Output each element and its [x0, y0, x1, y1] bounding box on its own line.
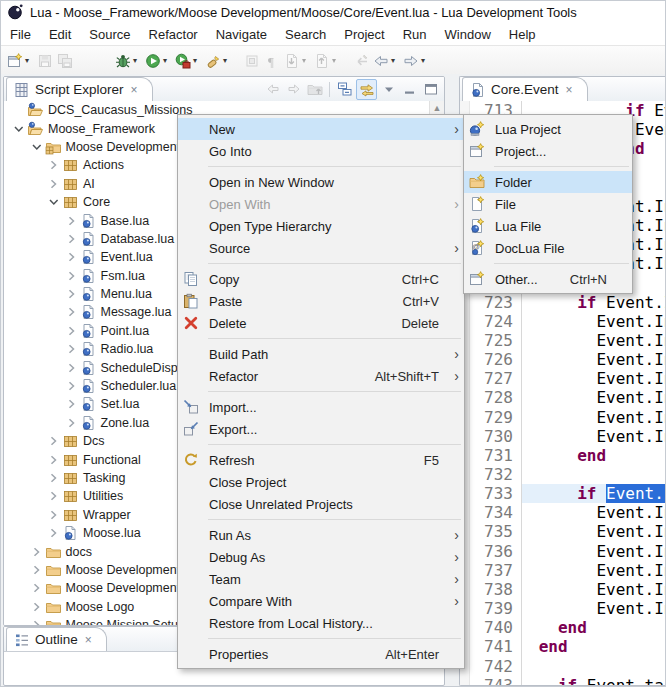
- tab-core-event[interactable]: Core.Event ×: [462, 77, 588, 101]
- menubar-help[interactable]: Help: [500, 25, 545, 44]
- close-icon[interactable]: ×: [131, 83, 138, 97]
- code-text[interactable]: Event.Ini: [522, 350, 666, 369]
- context-menu-copy[interactable]: CopyCtrl+C: [178, 268, 464, 290]
- mark-occurrences-button[interactable]: [242, 47, 262, 75]
- show-whitespace-button[interactable]: ¶: [262, 47, 282, 75]
- new-submenu-doclua-file[interactable]: @DocLua File: [464, 237, 632, 259]
- menubar-window[interactable]: Window: [436, 25, 500, 44]
- code-text[interactable]: Event.Ini: [522, 542, 666, 561]
- context-menu-team[interactable]: Team›: [178, 568, 464, 590]
- view-menu-button[interactable]: [379, 80, 398, 99]
- chevron-right-icon[interactable]: [63, 378, 80, 394]
- save-all-button[interactable]: [55, 47, 75, 75]
- new-submenu-project[interactable]: Project...: [464, 140, 632, 162]
- dropdown-caret-icon[interactable]: ▾: [193, 56, 201, 65]
- code-text[interactable]: Event.Ini: [522, 388, 666, 407]
- chevron-right-icon[interactable]: [45, 507, 62, 523]
- tab-script-explorer[interactable]: Script Explorer ×: [6, 77, 153, 101]
- chevron-right-icon[interactable]: [63, 341, 80, 357]
- dropdown-caret-icon[interactable]: ▾: [223, 56, 231, 65]
- new-submenu-other[interactable]: Other...Ctrl+N: [464, 268, 632, 290]
- menubar-navigate[interactable]: Navigate: [207, 25, 276, 44]
- chevron-down-icon[interactable]: [10, 121, 27, 137]
- nav-up-button[interactable]: [305, 80, 324, 99]
- new-submenu-file[interactable]: File: [464, 193, 632, 215]
- context-menu-close-project[interactable]: Close Project: [178, 471, 464, 493]
- context-menu-source[interactable]: Source›: [178, 237, 464, 259]
- context-menu-new[interactable]: New›: [178, 118, 464, 140]
- menubar-file[interactable]: File: [1, 25, 40, 44]
- chevron-right-icon[interactable]: [45, 433, 62, 449]
- context-menu-open-type-hierarchy[interactable]: Open Type Hierarchy: [178, 215, 464, 237]
- minimize-button[interactable]: [400, 80, 419, 99]
- context-menu-open-in-new-window[interactable]: Open in New Window: [178, 171, 464, 193]
- code-text[interactable]: [522, 657, 666, 676]
- run-button[interactable]: ▾: [143, 47, 173, 75]
- chevron-right-icon[interactable]: [63, 213, 80, 229]
- new-submenu-lua-file[interactable]: Lua File: [464, 215, 632, 237]
- context-menu-delete[interactable]: DeleteDelete: [178, 312, 464, 334]
- next-annotation-button[interactable]: ▾: [282, 47, 312, 75]
- code-text[interactable]: [522, 465, 666, 484]
- dropdown-caret-icon[interactable]: ▾: [302, 56, 310, 65]
- chevron-right-icon[interactable]: [63, 268, 80, 284]
- profile-button[interactable]: ▾: [173, 47, 203, 75]
- new-wizard-button[interactable]: ▾: [5, 47, 35, 75]
- maximize-button[interactable]: [421, 80, 440, 99]
- back-button[interactable]: ▾: [371, 47, 401, 75]
- context-menu-close-unrelated-projects[interactable]: Close Unrelated Projects: [178, 493, 464, 515]
- code-text[interactable]: Event.Ini: [522, 331, 666, 350]
- nav-forward-button[interactable]: [284, 80, 303, 99]
- context-menu-refactor[interactable]: RefactorAlt+Shift+T›: [178, 365, 464, 387]
- code-text[interactable]: Event.Ini: [522, 408, 666, 427]
- chevron-right-icon[interactable]: [63, 231, 80, 247]
- tab-outline[interactable]: Outline ×: [6, 627, 107, 651]
- chevron-right-icon[interactable]: [63, 304, 80, 320]
- context-menu-export[interactable]: Export...: [178, 418, 464, 440]
- context-menu-run-as[interactable]: Run As›: [178, 524, 464, 546]
- context-menu-restore-from-local-history[interactable]: Restore from Local History...: [178, 612, 464, 634]
- menubar-run[interactable]: Run: [394, 25, 436, 44]
- new-submenu-folder[interactable]: Folder: [464, 171, 632, 193]
- code-text[interactable]: if Event.I: [522, 293, 666, 312]
- context-menu-open-with[interactable]: Open With›: [178, 193, 464, 215]
- debug-button[interactable]: ▾: [113, 47, 143, 75]
- dropdown-caret-icon[interactable]: ▾: [163, 56, 171, 65]
- link-with-editor-button[interactable]: [356, 79, 377, 100]
- context-menu-compare-with[interactable]: Compare With›: [178, 590, 464, 612]
- chevron-right-icon[interactable]: [63, 323, 80, 339]
- dropdown-caret-icon[interactable]: ▾: [391, 56, 399, 65]
- chevron-right-icon[interactable]: [63, 249, 80, 265]
- code-text[interactable]: Event.Ini: [522, 427, 666, 446]
- dropdown-caret-icon[interactable]: ▾: [332, 56, 340, 65]
- chevron-right-icon[interactable]: [45, 176, 62, 192]
- dropdown-caret-icon[interactable]: ▾: [133, 56, 141, 65]
- close-icon[interactable]: ×: [85, 633, 92, 647]
- chevron-right-icon[interactable]: [28, 562, 45, 578]
- context-menu-refresh[interactable]: RefreshF5: [178, 449, 464, 471]
- external-tools-button[interactable]: ▾: [203, 47, 233, 75]
- code-text[interactable]: end: [522, 637, 666, 656]
- chevron-right-icon[interactable]: [63, 286, 80, 302]
- forward-button[interactable]: ▾: [401, 47, 431, 75]
- chevron-down-icon[interactable]: [28, 139, 45, 155]
- code-text[interactable]: end: [522, 618, 666, 637]
- code-text[interactable]: Event.Ini: [522, 522, 666, 541]
- context-menu-debug-as[interactable]: Debug As›: [178, 546, 464, 568]
- close-icon[interactable]: ×: [566, 83, 573, 97]
- nav-back-button[interactable]: [263, 80, 282, 99]
- menubar-project[interactable]: Project: [335, 25, 393, 44]
- chevron-right-icon[interactable]: [28, 617, 45, 625]
- context-menu-paste[interactable]: PasteCtrl+V: [178, 290, 464, 312]
- code-text[interactable]: Event.Ini: [522, 312, 666, 331]
- code-text[interactable]: if Event.ta: [522, 676, 666, 686]
- new-submenu-lua-project[interactable]: Lua Project: [464, 118, 632, 140]
- code-text[interactable]: Event.Ini: [522, 503, 666, 522]
- code-text[interactable]: Event.Ini: [522, 580, 666, 599]
- context-menu-properties[interactable]: PropertiesAlt+Enter: [178, 643, 464, 665]
- context-menu-import[interactable]: Import...: [178, 396, 464, 418]
- last-edit-location-button[interactable]: [351, 47, 371, 75]
- chevron-right-icon[interactable]: [45, 525, 62, 541]
- context-menu-build-path[interactable]: Build Path›: [178, 343, 464, 365]
- code-text[interactable]: Event.Ini: [522, 369, 666, 388]
